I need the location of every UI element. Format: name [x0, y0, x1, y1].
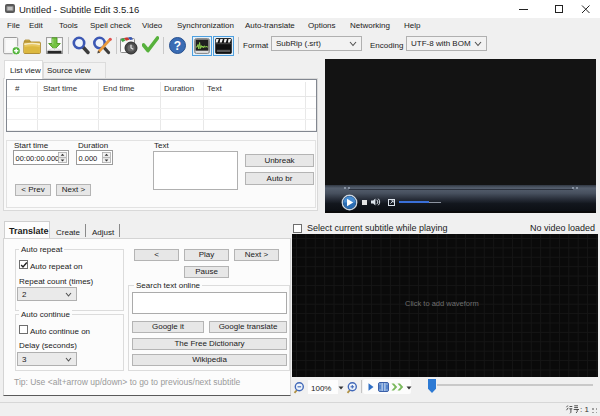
svg-text:?: ?	[174, 39, 181, 53]
